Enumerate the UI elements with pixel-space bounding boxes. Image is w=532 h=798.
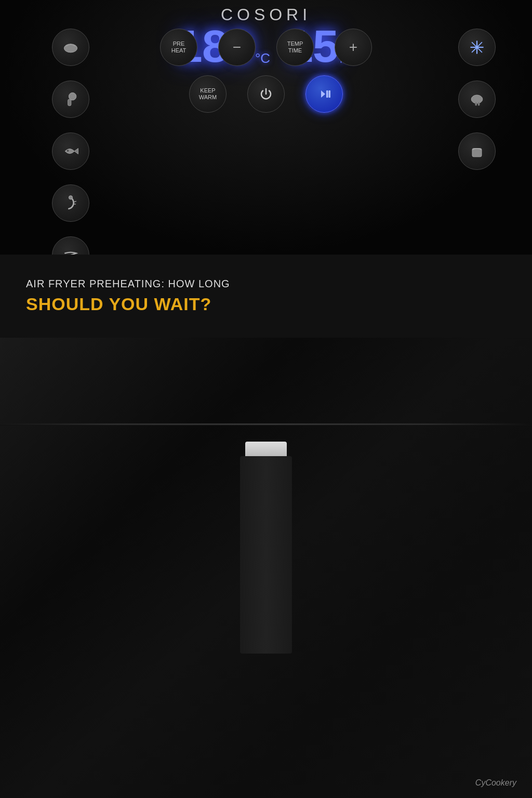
drawer-handle-body bbox=[240, 456, 292, 654]
drumstick-button[interactable] bbox=[52, 81, 89, 118]
svg-point-9 bbox=[475, 46, 478, 48]
center-controls-row1: PREHEAT − TEMPTIME + bbox=[160, 29, 372, 66]
svg-rect-13 bbox=[472, 149, 482, 157]
svg-rect-15 bbox=[326, 90, 328, 98]
keep-warm-button[interactable]: KEEPWARM bbox=[189, 75, 227, 113]
svg-rect-12 bbox=[478, 102, 480, 105]
pre-heat-label: PREHEAT bbox=[171, 41, 187, 54]
fryer-drawer[interactable] bbox=[214, 442, 318, 654]
svg-rect-11 bbox=[475, 102, 477, 105]
svg-point-4 bbox=[69, 196, 72, 200]
control-panel-section: COSORI 180 °C 15 MIN bbox=[0, 0, 532, 255]
steak-button[interactable] bbox=[52, 29, 89, 66]
power-button[interactable] bbox=[247, 75, 285, 113]
temp-time-label: TEMPTIME bbox=[287, 41, 303, 54]
left-food-icons bbox=[52, 29, 89, 255]
fryer-seam-line bbox=[0, 423, 532, 425]
play-pause-button[interactable] bbox=[305, 75, 343, 113]
toast-button[interactable] bbox=[458, 132, 496, 170]
watermark-label: CyCookery bbox=[475, 778, 516, 788]
temp-time-button[interactable]: TEMPTIME bbox=[276, 29, 314, 66]
pre-heat-button[interactable]: PREHEAT bbox=[160, 29, 197, 66]
right-food-icons bbox=[458, 29, 496, 170]
brand-label: COSORI bbox=[221, 5, 311, 24]
play-pause-icon bbox=[317, 87, 331, 101]
fish-button[interactable] bbox=[52, 132, 89, 170]
power-icon bbox=[259, 87, 273, 101]
fryer-body-section: CyCookery bbox=[0, 338, 532, 798]
svg-point-0 bbox=[64, 44, 77, 52]
freeze-button[interactable] bbox=[458, 29, 496, 66]
svg-rect-2 bbox=[68, 99, 71, 106]
drawer-handle-top bbox=[245, 442, 287, 456]
svg-marker-14 bbox=[321, 90, 325, 98]
plus-icon: + bbox=[349, 38, 357, 56]
svg-point-3 bbox=[67, 150, 69, 152]
plus-button[interactable]: + bbox=[335, 29, 372, 66]
article-subtitle: AIR FRYER PREHEATING: HOW LONG bbox=[26, 278, 506, 290]
minus-button[interactable]: − bbox=[218, 29, 256, 66]
center-controls-row2: KEEPWARM bbox=[189, 75, 343, 113]
lamb-button[interactable] bbox=[458, 81, 496, 118]
article-title-section: AIR FRYER PREHEATING: HOW LONG SHOULD YO… bbox=[0, 255, 532, 338]
bacon-button[interactable] bbox=[52, 236, 89, 255]
svg-rect-16 bbox=[329, 90, 331, 98]
shrimp-button[interactable] bbox=[52, 184, 89, 222]
keep-warm-label: KEEPWARM bbox=[199, 87, 217, 101]
minus-icon: − bbox=[233, 38, 241, 56]
article-main-title: SHOULD YOU WAIT? bbox=[26, 294, 506, 314]
svg-point-10 bbox=[471, 95, 483, 103]
